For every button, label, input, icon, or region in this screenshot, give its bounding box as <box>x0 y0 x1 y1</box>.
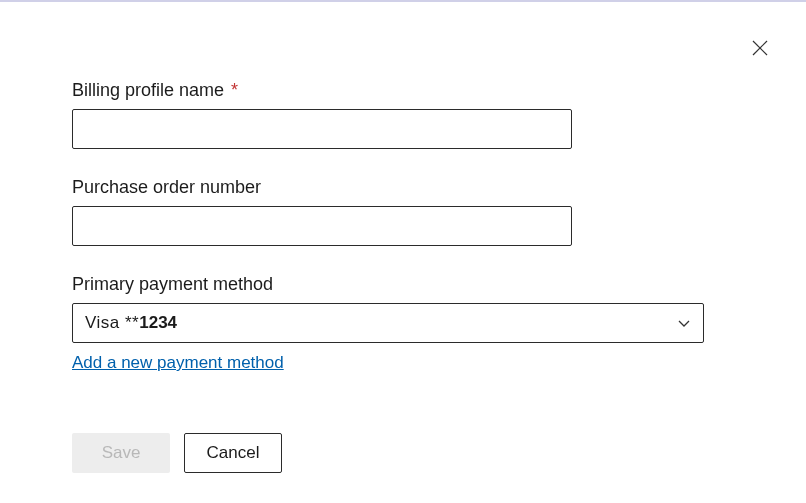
label-text: Billing profile name <box>72 80 224 100</box>
billing-profile-form: Billing profile name * Purchase order nu… <box>0 2 806 473</box>
billing-profile-name-label: Billing profile name * <box>72 80 734 101</box>
card-prefix: Visa ** <box>85 313 139 332</box>
card-last4: 1234 <box>139 313 177 332</box>
add-payment-method-link[interactable]: Add a new payment method <box>72 353 284 373</box>
action-button-row: Save Cancel <box>72 433 734 473</box>
purchase-order-group: Purchase order number <box>72 177 734 246</box>
billing-profile-name-group: Billing profile name * <box>72 80 734 149</box>
payment-method-label: Primary payment method <box>72 274 734 295</box>
chevron-down-icon <box>677 316 691 330</box>
save-button[interactable]: Save <box>72 433 170 473</box>
close-button[interactable] <box>750 38 770 58</box>
close-icon <box>751 39 769 57</box>
payment-method-dropdown[interactable]: Visa **1234 <box>72 303 704 343</box>
payment-method-selected-value: Visa **1234 <box>85 313 177 333</box>
required-indicator: * <box>231 80 238 100</box>
purchase-order-input[interactable] <box>72 206 572 246</box>
billing-profile-name-input[interactable] <box>72 109 572 149</box>
purchase-order-label: Purchase order number <box>72 177 734 198</box>
payment-method-group: Primary payment method Visa **1234 Add a… <box>72 274 734 373</box>
cancel-button[interactable]: Cancel <box>184 433 282 473</box>
